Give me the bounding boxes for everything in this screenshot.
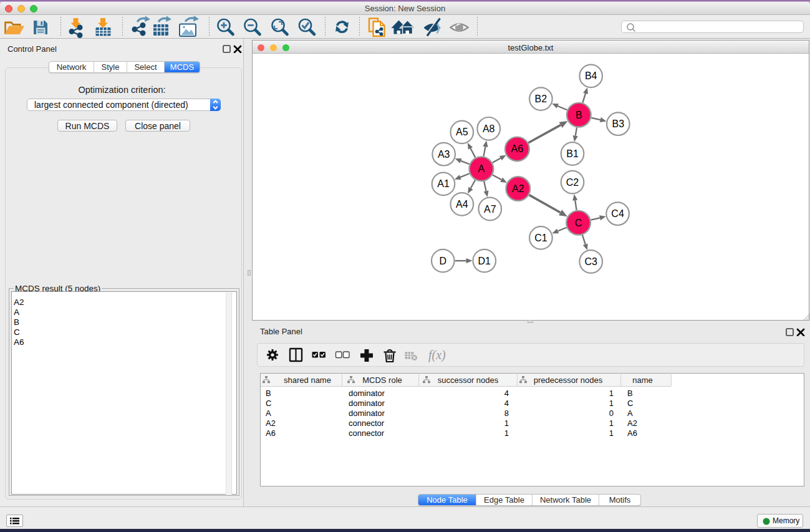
svg-text:A2: A2 [512, 183, 524, 194]
svg-text:D1: D1 [478, 256, 491, 266]
svg-text:B3: B3 [612, 118, 625, 129]
svg-text:D: D [440, 256, 447, 266]
svg-text:B: B [576, 110, 582, 120]
svg-text:f(x): f(x) [428, 348, 446, 362]
svg-text:A: A [478, 163, 485, 174]
svg-text:A4: A4 [456, 199, 468, 210]
svg-text:A6: A6 [511, 143, 524, 154]
svg-text:B2: B2 [535, 94, 547, 104]
svg-text:B1: B1 [566, 148, 579, 159]
svg-text:A5: A5 [456, 127, 468, 137]
svg-text:C1: C1 [534, 233, 547, 243]
svg-text:C2: C2 [566, 177, 579, 188]
svg-text:A7: A7 [484, 204, 496, 215]
svg-text:C: C [575, 218, 582, 228]
svg-text:A1: A1 [437, 178, 450, 189]
svg-text:A8: A8 [483, 123, 495, 134]
svg-text:C3: C3 [584, 256, 597, 267]
svg-text:A3: A3 [438, 149, 450, 160]
svg-text:C4: C4 [611, 208, 624, 219]
svg-text:B4: B4 [585, 70, 597, 81]
